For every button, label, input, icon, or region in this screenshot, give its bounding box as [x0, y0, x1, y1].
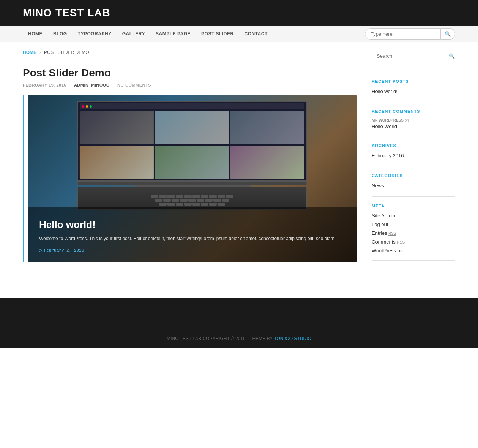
- key-row-3: [82, 203, 303, 206]
- divider-1: [372, 72, 455, 72]
- comments-rss-badge: RSS: [397, 240, 405, 244]
- nav-search-button[interactable]: 🔍: [441, 28, 455, 40]
- nav-links: Home Blog Typography Gallery Sample Page…: [23, 26, 273, 42]
- sidebar-categories: CATEGORIES News: [372, 173, 455, 189]
- site-header: MINO TEST LAB: [0, 0, 478, 26]
- nav-sample-page[interactable]: Sample Page: [150, 26, 196, 42]
- categories-title: CATEGORIES: [372, 173, 455, 178]
- divider-2: [372, 102, 455, 102]
- laptop-keyboard: [77, 187, 307, 210]
- key: [167, 203, 175, 206]
- footer-theme-link[interactable]: TONJOO STUDIO: [274, 336, 311, 341]
- key: [167, 195, 175, 198]
- site-nav: Home Blog Typography Gallery Sample Page…: [0, 26, 478, 42]
- meta-comments-rss[interactable]: Comments RSS: [372, 239, 455, 245]
- key: [192, 203, 200, 206]
- key: [213, 199, 221, 202]
- post-comments[interactable]: NO COMMENTS: [117, 83, 151, 87]
- post-date: FEBRUARY 19, 2016: [23, 83, 66, 87]
- on-text: ON: [405, 118, 409, 122]
- laptop-base: [77, 182, 307, 185]
- post-title: Post Slider Demo: [23, 67, 357, 79]
- screen-cell-4: [80, 146, 154, 179]
- nav-home[interactable]: Home: [23, 26, 48, 42]
- key: [184, 203, 192, 206]
- meta-wordpress-org[interactable]: WordPress.org: [372, 248, 455, 253]
- footer-top: [0, 298, 478, 329]
- meta-entries-rss[interactable]: Entries RSS: [372, 230, 455, 236]
- screen-bar: [80, 103, 304, 109]
- key: [209, 195, 217, 198]
- breadcrumb-separator: ›: [39, 50, 41, 55]
- dot-yellow: [86, 105, 88, 108]
- nav-post-slider[interactable]: Post Slider: [196, 26, 239, 42]
- nav-gallery[interactable]: Gallery: [117, 26, 150, 42]
- screen-cell-6: [230, 146, 304, 179]
- post-author[interactable]: ADMIN_MINOOO: [74, 83, 110, 87]
- slider-date: ◯ February 2, 2016: [39, 248, 345, 253]
- comment-author: MR WORDPRESS ON: [372, 118, 455, 122]
- footer-copy: MINO TEST LAB COPYRIGHT © 2015 - THEME B…: [167, 336, 274, 341]
- main-wrapper: HOME › POST SLIDER DEMO Post Slider Demo…: [0, 42, 478, 283]
- sidebar-meta: META Site Admin Log out Entries RSS Comm…: [372, 204, 455, 253]
- meta-title: META: [372, 204, 455, 208]
- key: [218, 195, 225, 198]
- recent-post-item[interactable]: Hello world!: [372, 88, 455, 95]
- key: [209, 203, 217, 206]
- divider-6: [372, 260, 455, 261]
- key: [176, 203, 183, 206]
- meta-logout[interactable]: Log out: [372, 222, 455, 227]
- nav-contact[interactable]: Contact: [239, 26, 273, 42]
- key: [176, 195, 183, 198]
- recent-comments-title: RECENT COMMENTS: [372, 109, 455, 114]
- key: [192, 195, 200, 198]
- sidebar-recent-posts: RECENT POSTS Hello world!: [372, 79, 455, 95]
- sidebar-recent-comments: RECENT COMMENTS MR WORDPRESS ON Hello Wo…: [372, 109, 455, 129]
- archive-item[interactable]: February 2016: [372, 152, 455, 159]
- category-item[interactable]: News: [372, 182, 455, 189]
- key: [163, 199, 171, 202]
- dot-red: [82, 105, 84, 108]
- clock-icon: ◯: [39, 248, 42, 253]
- site-footer: MINO TEST LAB COPYRIGHT © 2015 - THEME B…: [0, 298, 478, 348]
- sidebar-search-input[interactable]: [372, 50, 445, 62]
- laptop-screen: [77, 101, 307, 182]
- nav-typography[interactable]: Typography: [73, 26, 117, 42]
- divider-3: [372, 136, 455, 136]
- nav-search-form: 🔍: [365, 28, 455, 40]
- sidebar: 🔍 RECENT POSTS Hello world! RECENT COMME…: [372, 50, 455, 268]
- screen-cell-2: [155, 111, 229, 144]
- key: [218, 203, 225, 206]
- key: [188, 199, 196, 202]
- key: [155, 199, 162, 202]
- sidebar-search-form: 🔍: [372, 50, 455, 62]
- key: [159, 195, 167, 198]
- slider-image: Hello world! Welcome to WordPress. This …: [28, 95, 357, 262]
- sidebar-archives: ARCHIVES February 2016: [372, 143, 455, 159]
- key: [180, 199, 188, 202]
- sidebar-search-button[interactable]: 🔍: [445, 50, 455, 62]
- screen-cell-1: [80, 111, 154, 144]
- breadcrumb-home[interactable]: HOME: [23, 50, 36, 55]
- archives-title: ARCHIVES: [372, 143, 455, 148]
- slider-excerpt: Welcome to WordPress. This is your first…: [39, 235, 345, 242]
- nav-blog[interactable]: Blog: [48, 26, 73, 42]
- site-title: MINO TEST LAB: [23, 7, 455, 19]
- slider-content: Hello world! Welcome to WordPress. This …: [28, 207, 357, 262]
- key: [201, 195, 208, 198]
- meta-site-admin[interactable]: Site Admin: [372, 213, 455, 218]
- screen-cell-5: [155, 146, 229, 179]
- content-area: HOME › POST SLIDER DEMO Post Slider Demo…: [23, 50, 357, 268]
- key: [184, 195, 192, 198]
- key: [151, 195, 158, 198]
- comment-post-link[interactable]: Hello World!: [372, 123, 455, 129]
- key-row-2: [82, 199, 303, 202]
- nav-search-input[interactable]: [365, 28, 441, 40]
- footer-bottom: MINO TEST LAB COPYRIGHT © 2015 - THEME B…: [0, 329, 478, 348]
- entries-rss-badge: RSS: [388, 231, 396, 236]
- dot-green: [90, 105, 92, 108]
- key: [222, 199, 229, 202]
- slider-post-title[interactable]: Hello world!: [39, 219, 345, 231]
- post-meta: FEBRUARY 19, 2016 ADMIN_MINOOO NO COMMEN…: [23, 83, 357, 87]
- key: [197, 199, 204, 202]
